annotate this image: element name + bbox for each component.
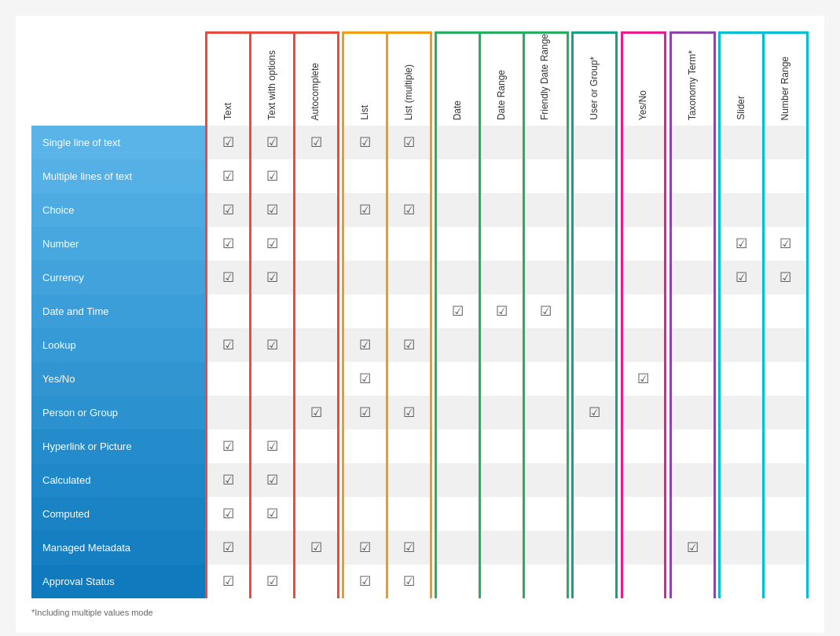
cell-friendly_date_range [523,328,567,362]
cell-autocomplete [294,294,338,328]
col-header-list: List [343,33,387,126]
cell-date [436,565,480,598]
table-row: Single line of text☑☑☑☑☑ [31,126,808,159]
check-icon: ☑ [452,304,464,319]
spacer-cell [431,565,436,598]
spacer-cell [338,159,343,193]
cell-yes_no [622,294,666,328]
cell-autocomplete [294,497,338,531]
table-row: Lookup☑☑☑☑ [31,328,808,362]
row-label: Computed [31,497,207,531]
spacer-5 [666,33,671,126]
cell-list_multiple: ☑ [387,328,431,362]
cell-number_range: ☑ [764,261,808,294]
table-row: Person or Group☑☑☑☑ [31,396,808,429]
spacer-cell [666,531,671,565]
check-icon: ☑ [266,169,278,184]
cell-user_or_group [573,193,617,227]
cell-list: ☑ [343,126,387,159]
spacer-cell [666,396,671,429]
cell-user_or_group [573,531,617,565]
cell-date [436,463,480,497]
spacer-cell [338,328,343,362]
cell-user_or_group [573,497,617,531]
cell-list_multiple: ☑ [387,565,431,598]
spacer-cell [714,497,720,531]
check-icon: ☑ [496,304,508,319]
check-icon: ☑ [687,540,699,555]
cell-list [343,227,387,261]
cell-user_or_group [573,227,617,261]
cell-list: ☑ [343,328,387,362]
cell-taxonomy_term [670,159,714,193]
cell-number_range [764,463,808,497]
check-icon: ☑ [222,338,234,353]
col-header-number-range: Number Range [764,33,808,126]
cell-number_range [764,531,808,565]
spacer-cell [338,227,343,261]
spacer-cell [431,497,436,531]
cell-list_multiple [387,294,431,328]
table-wrapper: Text Text with options Autocomplete List… [31,31,809,598]
cell-friendly_date_range [523,429,567,463]
cell-taxonomy_term [670,362,714,396]
cell-text_with_options: ☑ [251,126,295,159]
spacer-4 [616,33,622,126]
spacer-cell [338,497,343,531]
table-row: Yes/No☑☑ [31,362,808,396]
check-icon: ☑ [266,203,278,217]
row-label: Yes/No [31,362,207,396]
cell-user_or_group [573,328,617,362]
cell-number_range [764,328,808,362]
col-header-text: Text [207,33,251,126]
cell-autocomplete [294,261,338,294]
cell-taxonomy_term [670,193,714,227]
header-row: Text Text with options Autocomplete List… [31,33,808,126]
spacer-cell [567,396,573,429]
cell-date [436,193,480,227]
check-icon: ☑ [222,169,234,184]
check-icon: ☑ [637,371,649,386]
cell-slider: ☑ [720,227,764,261]
cell-date_range [480,531,524,565]
spacer-cell [616,565,622,598]
check-icon: ☑ [403,574,415,589]
spacer-cell [666,294,671,328]
cell-date [436,531,480,565]
cell-taxonomy_term [670,294,714,328]
spacer-cell [616,193,622,227]
cell-yes_no [622,565,666,598]
cell-text_with_options: ☑ [251,565,295,598]
cell-yes_no [622,328,666,362]
cell-number_range: ☑ [764,227,808,261]
cell-list: ☑ [343,396,387,429]
spacer-cell [714,227,720,261]
cell-yes_no [622,159,666,193]
check-icon: ☑ [359,135,371,150]
table-row: Currency☑☑☑☑ [31,261,808,294]
cell-text: ☑ [207,328,251,362]
spacer-cell [616,159,622,193]
cell-taxonomy_term [670,126,714,159]
cell-date [436,362,480,396]
spacer-cell [714,531,720,565]
cell-list [343,429,387,463]
cell-autocomplete [294,463,338,497]
cell-date [436,126,480,159]
cell-taxonomy_term [670,429,714,463]
cell-number_range [764,497,808,531]
spacer-cell [714,565,720,598]
cell-number_range [764,396,808,429]
spacer-cell [714,362,720,396]
spacer-cell [714,463,720,497]
cell-list_multiple [387,227,431,261]
check-icon: ☑ [266,574,278,589]
row-label: Date and Time [31,294,207,328]
cell-taxonomy_term [670,497,714,531]
spacer-cell [666,261,671,294]
spacer-cell [567,126,573,159]
check-icon: ☑ [359,338,371,353]
cell-list_multiple [387,362,431,396]
cell-friendly_date_range [523,193,567,227]
check-icon: ☑ [403,405,415,420]
